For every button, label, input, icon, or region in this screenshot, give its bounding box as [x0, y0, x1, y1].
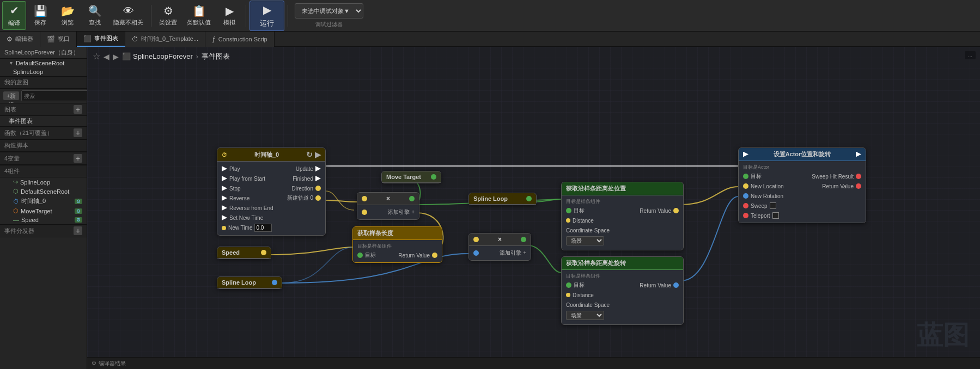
class-defaults-label: 类默认值 — [187, 19, 211, 27]
tabs-bar: ⚙ 编辑器 🎬 视口 ⬛ 事件图表 ⏱ 时间轴_0_Template... ƒ … — [0, 32, 980, 47]
hide-unrelated-button[interactable]: 👁 隐藏不相关 — [109, 4, 148, 28]
newtime-input[interactable] — [254, 224, 272, 232]
new-add-button[interactable]: +新增▼ — [3, 91, 19, 100]
class-settings-button[interactable]: ⚙ 类设置 — [155, 3, 181, 28]
tab-event-graph[interactable]: ⬛ 事件图表 — [77, 32, 125, 47]
class-settings-icon: ⚙ — [163, 4, 173, 17]
node-setactor-row-rotation: New Rotation — [739, 191, 866, 201]
node-getrot[interactable]: 获取沿样条距离处旋转 目标是样条组件 目标 Return Value — [561, 256, 684, 325]
tab-editor[interactable]: ⚙ 编辑器 — [0, 32, 40, 47]
pin-splinelen-return-label: Return Value — [398, 253, 430, 259]
pin-add2-out — [521, 237, 526, 242]
node-timeline-row-play: Play Update — [217, 164, 325, 174]
pin-speed-out — [261, 250, 266, 255]
splineloop-label: SplineLoop — [13, 69, 43, 75]
graph-canvas[interactable]: ☆ ◀ ▶ ⬛ SplineLoopForever › 事件图表 ... — [87, 47, 980, 369]
node-getrot-coord-select[interactable]: 场景 — [566, 311, 604, 320]
compile-button[interactable]: ✔ 编译 — [2, 1, 26, 30]
breadcrumb-project-name: SplineLoopForever — [133, 52, 193, 60]
tab-timeline[interactable]: ⏱ 时间轴_0_Template... — [125, 32, 205, 47]
pin-stop-label: Stop — [229, 186, 241, 192]
functions-add-button[interactable]: + — [74, 128, 82, 137]
browse-button[interactable]: 📂 浏览 — [54, 3, 81, 28]
variables-add-button[interactable]: + — [74, 154, 82, 163]
pin-add2-in-bottom — [473, 250, 479, 256]
pin-setactor-return — [856, 183, 861, 189]
node-timeline-row-setnewtime: Set New Time — [217, 213, 325, 223]
node-add2-header: × — [469, 233, 531, 246]
toolbar-separator-2 — [246, 5, 246, 27]
node-getpos-header: 获取沿样条距离处位置 — [562, 182, 683, 195]
pin-getpos-target — [566, 208, 571, 213]
node-movetarget[interactable]: Move Target — [381, 171, 441, 183]
node-splineloop-mid[interactable]: Spline Loop — [468, 193, 537, 205]
tree-item-defaultsceneroot[interactable]: ▼ DefaultSceneRoot — [0, 59, 87, 67]
pin-add1-in-top — [362, 196, 367, 201]
node-splinelen[interactable]: 获取样条长度 目标是样条组件 目标 Return Value — [352, 226, 442, 263]
node-getpos[interactable]: 获取沿样条距离处位置 目标是样条组件 目标 Return Value — [561, 182, 684, 250]
pin-direction-label: Direction — [292, 186, 313, 192]
comp-speed-badge: ⚙ — [75, 217, 82, 223]
graphs-add-button[interactable]: + — [74, 105, 82, 114]
grid-icon: ⬛ — [122, 52, 131, 60]
pin-setnewtime-exec — [222, 215, 227, 220]
save-button[interactable]: 💾 保存 — [27, 3, 53, 28]
pin-splinelen-target — [357, 253, 363, 258]
simulate-button[interactable]: ▶ 模拟 — [216, 3, 242, 28]
setactor-teleport-checkbox[interactable] — [772, 212, 779, 219]
top-toolbar: ✔ 编译 💾 保存 📂 浏览 🔍 查找 👁 隐藏不相关 ⚙ 类设置 📋 类默认值… — [0, 0, 980, 32]
tree-item-comp-defaultsceneroot[interactable]: ⬡ DefaultSceneRoot — [0, 187, 87, 196]
node-getrot-row-target: 目标 Return Value — [562, 280, 683, 290]
event-dispatcher-add-button[interactable]: + — [74, 226, 82, 235]
tree-item-comp-splineloop[interactable]: ↪ SplineLoop — [0, 177, 87, 187]
node-getrot-sub: 目标是样条组件 — [562, 272, 683, 280]
pin-setactor-rotation-label: New Rotation — [751, 193, 783, 199]
breadcrumb-forward[interactable]: ▶ — [113, 52, 119, 61]
my-blueprints-label: 我的蓝图 — [4, 78, 28, 87]
node-getrot-title: 获取沿样条距离处旋转 — [566, 259, 626, 267]
search-input[interactable] — [21, 90, 96, 101]
tree-item-comp-movetarget[interactable]: ⬡ MoveTarget ⚙ — [0, 206, 87, 216]
run-button[interactable]: ▶ 运行 — [249, 1, 284, 31]
node-splinelen-header: 获取样条长度 — [353, 227, 442, 240]
node-getpos-coord-row: 场景 — [562, 235, 683, 248]
node-add1[interactable]: × 添加引擎 + — [357, 192, 419, 220]
tab-construction[interactable]: ƒ Construction Scrip — [205, 32, 275, 47]
pin-getpos-distance — [566, 218, 570, 223]
debug-select[interactable]: 未选中调试对象▼ — [295, 3, 363, 19]
node-add2[interactable]: × 添加引擎 + — [468, 233, 531, 261]
node-timeline-loop-icon[interactable]: ↻ — [306, 150, 313, 159]
compile-label: 编译 — [8, 19, 20, 27]
node-getrot-coord-row: 场景 — [562, 310, 683, 322]
node-setactor[interactable]: 设置Actor位置和旋转 目标是Actor 目标 Sweep Hit Resul… — [738, 147, 866, 223]
pin-setactor-sweephit — [856, 174, 861, 179]
find-button[interactable]: 🔍 查找 — [82, 3, 108, 28]
comp-dsr-label: DefaultSceneRoot — [21, 188, 69, 195]
node-splineloop-left[interactable]: Spline Loop — [217, 276, 282, 289]
setactor-sweep-checkbox[interactable] — [770, 202, 776, 209]
node-add2-row: 添加引擎 + — [469, 248, 531, 258]
tab-viewport[interactable]: 🎬 视口 — [40, 32, 77, 47]
compile-icon: ✔ — [10, 4, 19, 17]
breadcrumb-star[interactable]: ☆ — [93, 51, 100, 61]
tree-item-splineloop[interactable]: SplineLoop — [0, 67, 87, 76]
node-getpos-coord-select[interactable]: 场景 — [566, 236, 604, 245]
actor-header: SplineLoopForever（自身） — [0, 47, 87, 59]
pin-getrot-coord-label: Coordinate Space — [566, 302, 610, 308]
tree-item-comp-speed[interactable]: — Speed ⚙ — [0, 216, 87, 224]
breadcrumb-back[interactable]: ◀ — [104, 52, 109, 61]
node-timeline[interactable]: ⏱ 时间轴_0 ↻ ▶ Play Update — [217, 147, 326, 236]
pin-setactor-location-label: New Location — [751, 183, 784, 189]
pin-splineloop-mid-out — [526, 196, 532, 201]
node-timeline-body: Play Update Play from Start Finished — [217, 162, 325, 235]
tree-item-comp-timeline[interactable]: ⏱ 时间轴_0 ⚙ — [0, 196, 87, 206]
node-add1-body: 添加引擎 + — [357, 205, 419, 219]
status-label: 编译器结果 — [99, 360, 126, 367]
find-icon: 🔍 — [88, 4, 102, 17]
class-defaults-button[interactable]: 📋 类默认值 — [182, 3, 215, 28]
node-speed[interactable]: Speed — [217, 247, 271, 259]
node-timeline-play-icon[interactable]: ▶ — [315, 150, 321, 159]
chevron-down-icon: ▼ — [9, 60, 14, 66]
toolbar-separator-3 — [288, 5, 288, 27]
tree-item-eventgraph[interactable]: 事件图表 — [0, 116, 87, 126]
